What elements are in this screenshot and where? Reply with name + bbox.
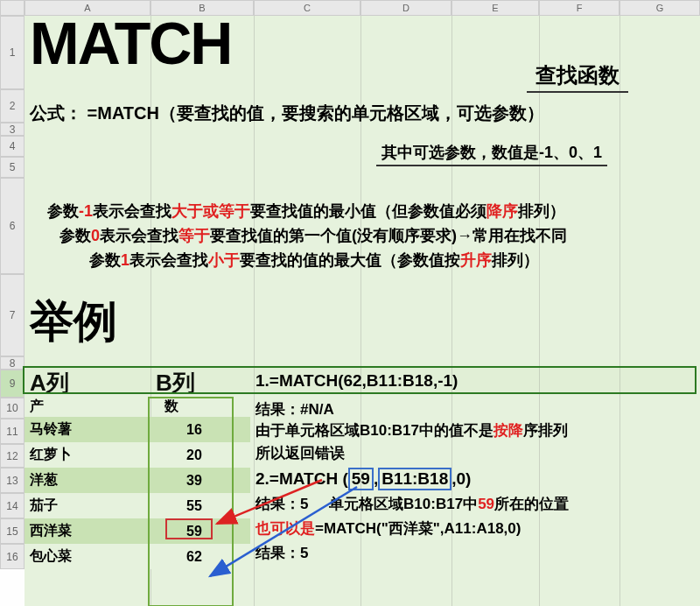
result-1: 结果：#N/A: [256, 399, 334, 419]
row-4[interactable]: 4: [0, 136, 24, 157]
explain-2: 参数0表示会查找等于要查找值的第一个值(没有顺序要求)→常用在找不同: [60, 224, 674, 249]
row-6[interactable]: 6: [0, 178, 24, 274]
row-3[interactable]: 3: [0, 123, 24, 136]
formula-2-alt: 也可以是=MATCH("西洋菜",A11:A18,0): [256, 518, 521, 539]
product-cell: 洋葱: [24, 471, 150, 490]
table-row[interactable]: 茄子 55: [24, 493, 250, 518]
reason-1a: 由于单元格区域B10:B17中的值不是按降序排列: [256, 420, 568, 440]
explain-1: 参数-1表示会查找大于或等于要查找值的最小值（但参数值必须降序排列）: [47, 200, 674, 224]
row-13[interactable]: 13: [0, 468, 24, 493]
product-cell: 西洋菜: [24, 522, 150, 540]
product-cell: 马铃薯: [24, 420, 150, 439]
qty-cell: 62: [150, 549, 238, 565]
qty-cell: 16: [150, 422, 238, 438]
page-title: MATCH: [30, 9, 231, 77]
formula-text: =MATCH（要查找的值，要搜索的单元格区域，可选参数）: [88, 103, 544, 123]
row-10[interactable]: 10: [0, 398, 24, 419]
product-cell: 茄子: [24, 497, 150, 515]
row-12[interactable]: 12: [0, 444, 24, 468]
row-11[interactable]: 11: [0, 419, 24, 444]
col-E[interactable]: E: [452, 0, 539, 16]
corner-cell: [0, 0, 24, 16]
qty-cell: 39: [150, 473, 238, 489]
result-2: 结果：5 单元格区域B10:B17中59所在的位置: [256, 494, 569, 514]
col-D[interactable]: D: [360, 0, 452, 16]
col-b-heading: B列: [156, 368, 195, 398]
row-headers: 1 2 3 4 5 6 7 8 9 10 11 12 13 14 15 16: [0, 16, 24, 569]
formula-1: 1.=MATCH(62,B11:B18,-1): [256, 371, 458, 391]
col-G[interactable]: G: [620, 0, 700, 16]
subtitle: 查找函数: [527, 61, 628, 93]
example-title: 举例: [30, 292, 117, 351]
qty-cell: 20: [150, 447, 238, 463]
reason-1b: 所以返回错误: [256, 443, 345, 463]
row-15[interactable]: 15: [0, 518, 24, 544]
result-2-alt: 结果：5: [256, 543, 308, 563]
row-14[interactable]: 14: [0, 493, 24, 518]
explain-block: 参数-1表示会查找大于或等于要查找值的最小值（但参数值必须降序排列） 参数0表示…: [47, 200, 674, 273]
optional-params: 其中可选参数，数值是-1、0、1: [376, 142, 607, 166]
row-5[interactable]: 5: [0, 157, 24, 178]
qty-cell: 59: [150, 524, 238, 539]
col-a-heading: A列: [30, 368, 69, 398]
col-C[interactable]: C: [254, 0, 360, 16]
formula-label: 公式：: [30, 103, 82, 123]
formula-line: 公式： =MATCH（要查找的值，要搜索的单元格区域，可选参数）: [30, 102, 544, 125]
row-9[interactable]: 9: [0, 370, 24, 398]
table-row[interactable]: 包心菜 62: [24, 544, 250, 569]
table-row[interactable]: 西洋菜 59: [24, 518, 250, 544]
explain-3: 参数1表示会查找小于要查找的值的最大值（参数值按升序排列）: [89, 249, 674, 273]
row-16[interactable]: 16: [0, 544, 24, 569]
product-cell: 红萝卜: [24, 446, 150, 464]
table-row[interactable]: 马铃薯 16: [24, 417, 250, 442]
product-cell: 包心菜: [24, 547, 150, 566]
sheet-content[interactable]: MATCH 查找函数 公式： =MATCH（要查找的值，要搜索的单元格区域，可选…: [24, 16, 700, 606]
data-rows: 马铃薯 16 红萝卜 20 洋葱 39 茄子 55 西洋菜 59 包心菜 62: [24, 417, 250, 569]
col-F[interactable]: F: [539, 0, 620, 16]
table-row[interactable]: 洋葱 39: [24, 468, 250, 493]
row-7[interactable]: 7: [0, 274, 24, 356]
row-8[interactable]: 8: [0, 356, 24, 370]
formula-2: 2.=MATCH (59,B11:B18,0): [256, 468, 471, 490]
table-row[interactable]: 红萝卜 20: [24, 442, 250, 468]
qty-cell: 55: [150, 498, 238, 514]
row-1[interactable]: 1: [0, 16, 24, 89]
row-2[interactable]: 2: [0, 89, 24, 123]
